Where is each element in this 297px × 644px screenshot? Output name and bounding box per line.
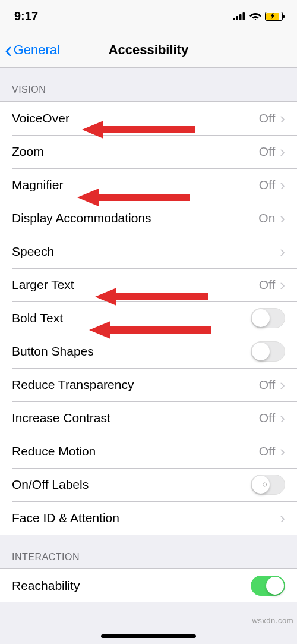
row-reduce-motion[interactable]: Reduce Motion Off ›	[0, 435, 297, 468]
row-value: On	[258, 211, 275, 225]
watermark: wsxdn.com	[252, 616, 293, 625]
row-label: Increase Contrast	[12, 411, 259, 425]
row-bold-text: Bold Text	[0, 301, 297, 335]
row-label: Bold Text	[12, 311, 251, 325]
row-value: Off	[259, 144, 276, 159]
back-button[interactable]: ‹ General	[0, 39, 60, 61]
chevron-right-icon: ›	[280, 276, 285, 294]
row-value: Off	[259, 111, 276, 125]
status-time: 9:17	[14, 10, 38, 23]
row-speech[interactable]: Speech ›	[0, 235, 297, 268]
signal-icon	[233, 12, 246, 20]
row-faceid-attention[interactable]: Face ID & Attention ›	[0, 501, 297, 535]
chevron-right-icon: ›	[280, 409, 285, 428]
row-value: Off	[259, 278, 276, 292]
home-indicator	[101, 634, 196, 638]
nav-bar: ‹ General Accessibility	[0, 32, 297, 68]
row-label: Speech	[12, 244, 280, 259]
list-interaction: Reachability	[0, 568, 297, 602]
chevron-right-icon: ›	[280, 109, 285, 128]
row-magnifier[interactable]: Magnifier Off ›	[0, 168, 297, 202]
list-vision: VoiceOver Off › Zoom Off › Magnifier Off…	[0, 101, 297, 535]
svg-rect-3	[243, 12, 245, 20]
row-label: Zoom	[12, 144, 259, 159]
status-bar: 9:17	[0, 0, 297, 32]
chevron-right-icon: ›	[280, 176, 285, 194]
toggle-onoff-labels[interactable]	[251, 475, 285, 495]
row-display-accommodations[interactable]: Display Accommodations On ›	[0, 202, 297, 235]
section-header-vision: VISION	[0, 68, 297, 101]
section-header-interaction: INTERACTION	[0, 535, 297, 568]
row-label: Reduce Transparency	[12, 378, 259, 392]
row-increase-contrast[interactable]: Increase Contrast Off ›	[0, 401, 297, 435]
row-label: Magnifier	[12, 178, 259, 192]
row-larger-text[interactable]: Larger Text Off ›	[0, 268, 297, 301]
row-label: On/Off Labels	[12, 477, 251, 492]
toggle-button-shapes[interactable]	[251, 341, 285, 362]
chevron-right-icon: ›	[280, 376, 285, 394]
row-value: Off	[259, 378, 276, 392]
status-icons	[233, 12, 283, 21]
row-value: Off	[259, 178, 276, 192]
chevron-right-icon: ›	[280, 209, 285, 228]
row-label: Button Shapes	[12, 344, 251, 359]
toggle-reachability[interactable]	[251, 576, 285, 596]
row-label: Larger Text	[12, 278, 259, 292]
chevron-right-icon: ›	[280, 143, 285, 161]
chevron-right-icon: ›	[280, 442, 285, 461]
row-label: Reduce Motion	[12, 444, 259, 458]
battery-icon	[265, 12, 283, 21]
row-label: Face ID & Attention	[12, 511, 280, 525]
row-voiceover[interactable]: VoiceOver Off ›	[0, 102, 297, 135]
chevron-left-icon: ‹	[5, 39, 12, 61]
chevron-right-icon: ›	[280, 243, 285, 261]
wifi-icon	[249, 12, 261, 20]
row-label: VoiceOver	[12, 111, 259, 125]
row-label: Display Accommodations	[12, 211, 258, 225]
row-button-shapes: Button Shapes	[0, 335, 297, 368]
row-zoom[interactable]: Zoom Off ›	[0, 135, 297, 168]
svg-rect-1	[236, 16, 239, 20]
toggle-bold-text[interactable]	[251, 308, 285, 328]
row-label: Reachability	[12, 579, 251, 593]
svg-rect-2	[239, 14, 242, 20]
row-reduce-transparency[interactable]: Reduce Transparency Off ›	[0, 368, 297, 401]
row-onoff-labels: On/Off Labels	[0, 468, 297, 501]
back-label: General	[14, 42, 60, 58]
chevron-right-icon: ›	[280, 509, 285, 527]
row-reachability: Reachability	[0, 569, 297, 602]
row-value: Off	[259, 411, 276, 425]
row-value: Off	[259, 444, 276, 458]
svg-rect-0	[233, 18, 235, 20]
